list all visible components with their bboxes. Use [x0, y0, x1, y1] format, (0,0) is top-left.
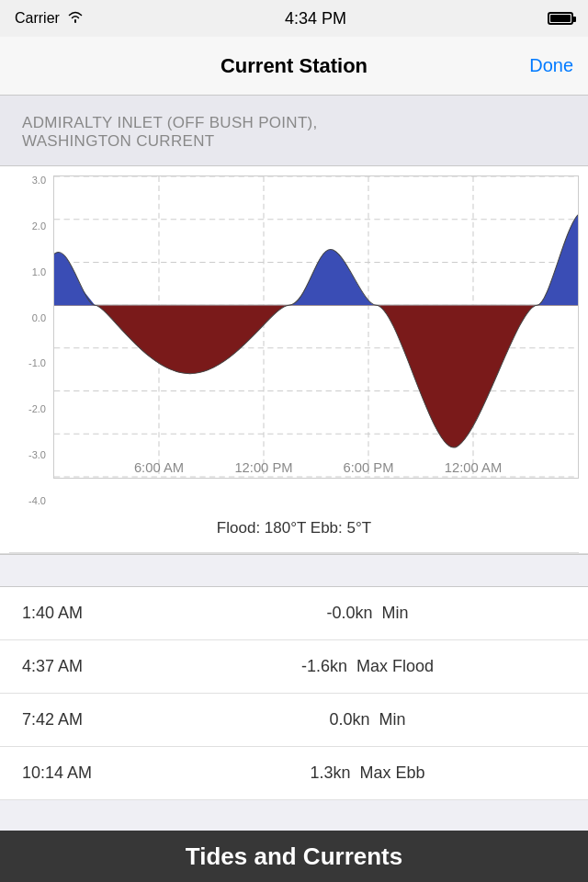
- data-rows: 1:40 AM -0.0kn Min 4:37 AM -1.6kn Max Fl…: [0, 587, 588, 800]
- done-button[interactable]: Done: [529, 55, 573, 76]
- svg-text:6:00 AM: 6:00 AM: [134, 460, 184, 475]
- row-time-2: 7:42 AM: [22, 710, 169, 729]
- app-banner-text: Tides and Currents: [186, 842, 402, 871]
- flood-ebb-text: Flood: 180°T Ebb: 5°T: [217, 519, 371, 537]
- page-title: Current Station: [220, 54, 368, 78]
- flood-ebb-info: Flood: 180°T Ebb: 5°T: [9, 506, 579, 553]
- y-label-00: 0.0: [32, 313, 46, 323]
- y-label-30: 3.0: [32, 175, 46, 186]
- table-row: 10:14 AM 1.3kn Max Ebb: [0, 747, 588, 800]
- status-left: Carrier: [15, 10, 84, 27]
- svg-text:6:00 PM: 6:00 PM: [343, 460, 393, 475]
- y-label-20: 2.0: [32, 221, 46, 232]
- row-time-0: 1:40 AM: [22, 604, 169, 623]
- chart-section: 3.0 2.0 1.0 0.0 -1.0 -2.0 -3.0 -4.0: [0, 166, 588, 554]
- row-value-1: -1.6kn Max Flood: [169, 657, 566, 676]
- chart-svg: 6:00 AM 12:00 PM 6:00 PM 12:00 AM: [54, 176, 578, 478]
- chart-area: 6:00 AM 12:00 PM 6:00 PM 12:00 AM: [53, 175, 579, 479]
- row-value-3: 1.3kn Max Ebb: [169, 763, 566, 783]
- carrier-label: Carrier: [15, 10, 60, 27]
- row-time-3: 10:14 AM: [22, 763, 169, 783]
- station-name: ADMIRALTY INLET (OFF BUSH POINT), WASHIN…: [22, 114, 566, 151]
- svg-text:12:00 PM: 12:00 PM: [234, 460, 292, 475]
- y-label-n20: -2.0: [28, 404, 46, 414]
- y-label-n10: -1.0: [28, 358, 46, 368]
- y-label-n40: -4.0: [28, 496, 46, 506]
- section-separator: [0, 554, 588, 587]
- nav-bar: Current Station Done: [0, 37, 588, 96]
- status-bar: Carrier 4:34 PM: [0, 0, 588, 37]
- time-label: 4:34 PM: [285, 9, 346, 28]
- row-value-2: 0.0kn Min: [169, 710, 566, 729]
- wifi-icon: [67, 10, 84, 27]
- row-value-0: -0.0kn Min: [169, 604, 566, 623]
- station-section: ADMIRALTY INLET (OFF BUSH POINT), WASHIN…: [0, 96, 588, 166]
- table-row: 4:37 AM -1.6kn Max Flood: [0, 640, 588, 694]
- table-row: 7:42 AM 0.0kn Min: [0, 694, 588, 747]
- chart-container: 3.0 2.0 1.0 0.0 -1.0 -2.0 -3.0 -4.0: [9, 175, 579, 506]
- table-row: 1:40 AM -0.0kn Min: [0, 587, 588, 640]
- app-banner: Tides and Currents: [0, 831, 588, 882]
- battery-icon: [548, 12, 573, 25]
- svg-text:12:00 AM: 12:00 AM: [445, 460, 502, 475]
- y-label-10: 1.0: [32, 267, 46, 277]
- y-label-n30: -3.0: [28, 450, 46, 460]
- row-time-1: 4:37 AM: [22, 657, 169, 676]
- y-axis: 3.0 2.0 1.0 0.0 -1.0 -2.0 -3.0 -4.0: [9, 175, 50, 506]
- ebb-fill: [54, 215, 578, 447]
